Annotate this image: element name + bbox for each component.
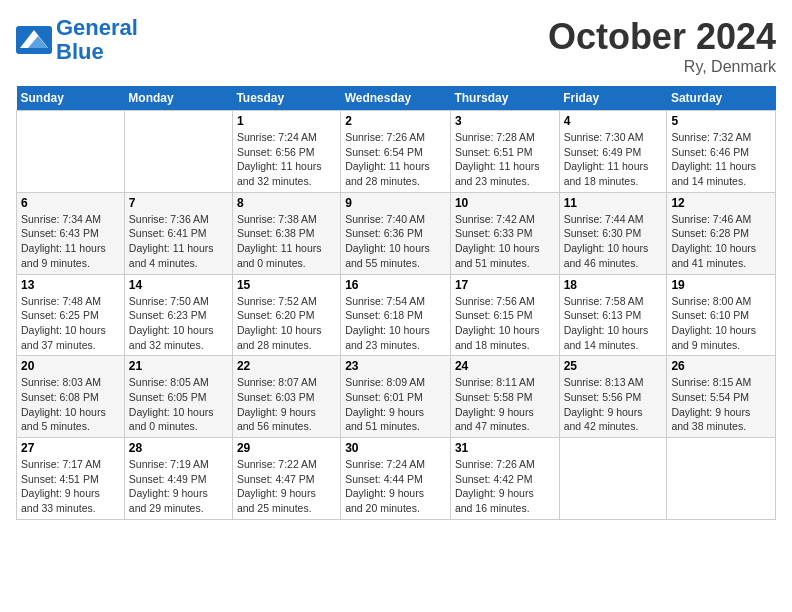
day-number: 2	[345, 114, 446, 128]
calendar-week-row: 20Sunrise: 8:03 AMSunset: 6:08 PMDayligh…	[17, 356, 776, 438]
day-info: Sunrise: 7:42 AMSunset: 6:33 PMDaylight:…	[455, 212, 555, 271]
day-info: Sunrise: 7:48 AMSunset: 6:25 PMDaylight:…	[21, 294, 120, 353]
day-number: 14	[129, 278, 228, 292]
calendar-cell: 7Sunrise: 7:36 AMSunset: 6:41 PMDaylight…	[124, 192, 232, 274]
day-info: Sunrise: 8:00 AMSunset: 6:10 PMDaylight:…	[671, 294, 771, 353]
calendar-cell: 11Sunrise: 7:44 AMSunset: 6:30 PMDayligh…	[559, 192, 667, 274]
calendar-header-row: SundayMondayTuesdayWednesdayThursdayFrid…	[17, 86, 776, 111]
calendar-cell: 22Sunrise: 8:07 AMSunset: 6:03 PMDayligh…	[232, 356, 340, 438]
day-number: 22	[237, 359, 336, 373]
day-number: 16	[345, 278, 446, 292]
calendar-cell: 9Sunrise: 7:40 AMSunset: 6:36 PMDaylight…	[341, 192, 451, 274]
logo-line2: Blue	[56, 39, 104, 64]
day-info: Sunrise: 7:32 AMSunset: 6:46 PMDaylight:…	[671, 130, 771, 189]
day-number: 25	[564, 359, 663, 373]
calendar-week-row: 27Sunrise: 7:17 AMSunset: 4:51 PMDayligh…	[17, 438, 776, 520]
day-number: 11	[564, 196, 663, 210]
day-info: Sunrise: 7:56 AMSunset: 6:15 PMDaylight:…	[455, 294, 555, 353]
day-number: 9	[345, 196, 446, 210]
day-number: 4	[564, 114, 663, 128]
weekday-header: Wednesday	[341, 86, 451, 111]
calendar-cell: 12Sunrise: 7:46 AMSunset: 6:28 PMDayligh…	[667, 192, 776, 274]
day-info: Sunrise: 7:36 AMSunset: 6:41 PMDaylight:…	[129, 212, 228, 271]
calendar-week-row: 6Sunrise: 7:34 AMSunset: 6:43 PMDaylight…	[17, 192, 776, 274]
calendar-cell: 19Sunrise: 8:00 AMSunset: 6:10 PMDayligh…	[667, 274, 776, 356]
title-section: October 2024 Ry, Denmark	[548, 16, 776, 76]
calendar-cell: 20Sunrise: 8:03 AMSunset: 6:08 PMDayligh…	[17, 356, 125, 438]
calendar-cell: 10Sunrise: 7:42 AMSunset: 6:33 PMDayligh…	[450, 192, 559, 274]
day-info: Sunrise: 7:58 AMSunset: 6:13 PMDaylight:…	[564, 294, 663, 353]
calendar-cell: 6Sunrise: 7:34 AMSunset: 6:43 PMDaylight…	[17, 192, 125, 274]
day-number: 29	[237, 441, 336, 455]
day-info: Sunrise: 7:46 AMSunset: 6:28 PMDaylight:…	[671, 212, 771, 271]
calendar-week-row: 13Sunrise: 7:48 AMSunset: 6:25 PMDayligh…	[17, 274, 776, 356]
weekday-header: Sunday	[17, 86, 125, 111]
day-number: 19	[671, 278, 771, 292]
day-number: 12	[671, 196, 771, 210]
day-info: Sunrise: 7:54 AMSunset: 6:18 PMDaylight:…	[345, 294, 446, 353]
day-info: Sunrise: 8:07 AMSunset: 6:03 PMDaylight:…	[237, 375, 336, 434]
calendar-cell: 29Sunrise: 7:22 AMSunset: 4:47 PMDayligh…	[232, 438, 340, 520]
day-number: 24	[455, 359, 555, 373]
calendar-cell: 18Sunrise: 7:58 AMSunset: 6:13 PMDayligh…	[559, 274, 667, 356]
weekday-header: Friday	[559, 86, 667, 111]
day-number: 17	[455, 278, 555, 292]
day-info: Sunrise: 8:15 AMSunset: 5:54 PMDaylight:…	[671, 375, 771, 434]
calendar-cell: 2Sunrise: 7:26 AMSunset: 6:54 PMDaylight…	[341, 111, 451, 193]
day-info: Sunrise: 7:34 AMSunset: 6:43 PMDaylight:…	[21, 212, 120, 271]
calendar-cell: 21Sunrise: 8:05 AMSunset: 6:05 PMDayligh…	[124, 356, 232, 438]
day-info: Sunrise: 8:03 AMSunset: 6:08 PMDaylight:…	[21, 375, 120, 434]
calendar-cell	[667, 438, 776, 520]
day-number: 31	[455, 441, 555, 455]
day-info: Sunrise: 7:30 AMSunset: 6:49 PMDaylight:…	[564, 130, 663, 189]
weekday-header: Saturday	[667, 86, 776, 111]
calendar-cell	[17, 111, 125, 193]
day-info: Sunrise: 8:05 AMSunset: 6:05 PMDaylight:…	[129, 375, 228, 434]
day-info: Sunrise: 7:26 AMSunset: 6:54 PMDaylight:…	[345, 130, 446, 189]
weekday-header: Monday	[124, 86, 232, 111]
calendar-cell: 15Sunrise: 7:52 AMSunset: 6:20 PMDayligh…	[232, 274, 340, 356]
logo-line1: General	[56, 15, 138, 40]
calendar-cell	[124, 111, 232, 193]
calendar-cell: 4Sunrise: 7:30 AMSunset: 6:49 PMDaylight…	[559, 111, 667, 193]
day-number: 8	[237, 196, 336, 210]
day-number: 18	[564, 278, 663, 292]
day-info: Sunrise: 7:17 AMSunset: 4:51 PMDaylight:…	[21, 457, 120, 516]
logo: General Blue	[16, 16, 138, 64]
page-header: General Blue October 2024 Ry, Denmark	[16, 16, 776, 76]
day-info: Sunrise: 8:09 AMSunset: 6:01 PMDaylight:…	[345, 375, 446, 434]
day-info: Sunrise: 7:24 AMSunset: 4:44 PMDaylight:…	[345, 457, 446, 516]
calendar-week-row: 1Sunrise: 7:24 AMSunset: 6:56 PMDaylight…	[17, 111, 776, 193]
day-number: 5	[671, 114, 771, 128]
calendar-cell: 13Sunrise: 7:48 AMSunset: 6:25 PMDayligh…	[17, 274, 125, 356]
calendar-cell	[559, 438, 667, 520]
calendar-cell: 25Sunrise: 8:13 AMSunset: 5:56 PMDayligh…	[559, 356, 667, 438]
calendar-cell: 27Sunrise: 7:17 AMSunset: 4:51 PMDayligh…	[17, 438, 125, 520]
day-number: 27	[21, 441, 120, 455]
day-number: 23	[345, 359, 446, 373]
calendar-cell: 16Sunrise: 7:54 AMSunset: 6:18 PMDayligh…	[341, 274, 451, 356]
calendar-cell: 1Sunrise: 7:24 AMSunset: 6:56 PMDaylight…	[232, 111, 340, 193]
month-title: October 2024	[548, 16, 776, 58]
calendar-table: SundayMondayTuesdayWednesdayThursdayFrid…	[16, 86, 776, 520]
location: Ry, Denmark	[548, 58, 776, 76]
day-number: 1	[237, 114, 336, 128]
day-info: Sunrise: 7:22 AMSunset: 4:47 PMDaylight:…	[237, 457, 336, 516]
day-info: Sunrise: 7:38 AMSunset: 6:38 PMDaylight:…	[237, 212, 336, 271]
day-number: 21	[129, 359, 228, 373]
day-number: 7	[129, 196, 228, 210]
calendar-cell: 28Sunrise: 7:19 AMSunset: 4:49 PMDayligh…	[124, 438, 232, 520]
day-number: 6	[21, 196, 120, 210]
calendar-cell: 8Sunrise: 7:38 AMSunset: 6:38 PMDaylight…	[232, 192, 340, 274]
day-number: 28	[129, 441, 228, 455]
calendar-cell: 26Sunrise: 8:15 AMSunset: 5:54 PMDayligh…	[667, 356, 776, 438]
calendar-cell: 17Sunrise: 7:56 AMSunset: 6:15 PMDayligh…	[450, 274, 559, 356]
calendar-cell: 24Sunrise: 8:11 AMSunset: 5:58 PMDayligh…	[450, 356, 559, 438]
weekday-header: Thursday	[450, 86, 559, 111]
day-info: Sunrise: 7:28 AMSunset: 6:51 PMDaylight:…	[455, 130, 555, 189]
day-info: Sunrise: 7:52 AMSunset: 6:20 PMDaylight:…	[237, 294, 336, 353]
day-info: Sunrise: 7:26 AMSunset: 4:42 PMDaylight:…	[455, 457, 555, 516]
day-number: 13	[21, 278, 120, 292]
day-info: Sunrise: 7:24 AMSunset: 6:56 PMDaylight:…	[237, 130, 336, 189]
calendar-cell: 30Sunrise: 7:24 AMSunset: 4:44 PMDayligh…	[341, 438, 451, 520]
